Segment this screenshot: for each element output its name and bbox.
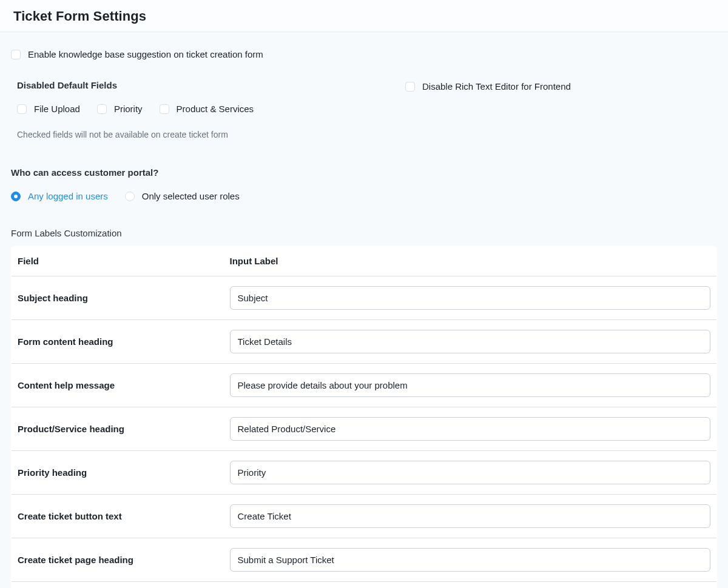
access-heading: Who can access customer portal? (11, 167, 717, 178)
table-row: Content help message (12, 364, 717, 407)
disabled-fields-heading: Disabled Default Fields (17, 80, 357, 90)
radio-icon (11, 192, 21, 201)
disable-field-priority[interactable]: Priority (97, 104, 143, 114)
table-row: Create ticket button text (12, 495, 717, 538)
label-input-subject-heading[interactable] (230, 286, 711, 310)
disable-field-file-upload[interactable]: File Upload (17, 104, 80, 114)
kb-suggestion-toggle[interactable]: Enable knowledge base suggestion on tick… (11, 49, 717, 59)
label-input-create-ticket-heading[interactable] (230, 548, 711, 572)
disable-rich-text-toggle[interactable]: Disable Rich Text Editor for Frontend (405, 81, 571, 92)
label-input-content-help-message[interactable] (230, 373, 711, 397)
table-row: Product/Service heading (12, 407, 717, 451)
disable-rich-text-label: Disable Rich Text Editor for Frontend (422, 81, 571, 92)
table-row: Subject heading (12, 276, 717, 320)
access-option-any[interactable]: Any logged in users (11, 191, 108, 201)
disabled-fields-helper: Checked fields will not be available on … (17, 130, 357, 139)
row-field-label: Create ticket page heading (12, 538, 224, 582)
labels-table-heading: Form Labels Customization (11, 228, 717, 238)
option-label: Priority (114, 104, 143, 114)
column-header-field: Field (12, 246, 224, 276)
row-field-label: Form content heading (12, 320, 224, 364)
page-title: Ticket Form Settings (13, 8, 715, 24)
label-input-product-service-heading[interactable] (230, 417, 711, 441)
checkbox-icon (97, 104, 107, 114)
row-field-label: Content help message (12, 364, 224, 407)
table-header-row: Field Input Label (12, 246, 717, 276)
checkbox-icon (405, 82, 415, 92)
option-label: Only selected user roles (142, 191, 240, 201)
label-input-priority-heading[interactable] (230, 461, 711, 484)
checkbox-icon (160, 104, 169, 114)
row-field-label: Ticket Create Call to Action (12, 582, 224, 589)
option-label: Any logged in users (28, 191, 108, 201)
table-row: Create ticket page heading (12, 538, 717, 582)
label-input-form-content-heading[interactable] (230, 330, 711, 353)
table-row: Ticket Create Call to Action (12, 582, 717, 589)
checkbox-icon (17, 104, 27, 114)
option-label: Product & Services (177, 104, 254, 114)
row-field-label: Product/Service heading (12, 407, 224, 451)
row-field-label: Priority heading (12, 451, 224, 495)
row-field-label: Subject heading (12, 276, 224, 320)
table-row: Form content heading (12, 320, 717, 364)
option-label: File Upload (34, 104, 80, 114)
form-labels-table: Field Input Label Subject heading Form c… (11, 246, 717, 588)
checkbox-icon (11, 50, 21, 59)
radio-icon (125, 192, 135, 201)
column-header-input: Input Label (224, 246, 717, 276)
table-row: Priority heading (12, 451, 717, 495)
kb-suggestion-label: Enable knowledge base suggestion on tick… (28, 49, 263, 59)
access-option-selected-roles[interactable]: Only selected user roles (125, 191, 240, 201)
label-input-create-ticket-button[interactable] (230, 504, 711, 528)
row-field-label: Create ticket button text (12, 495, 224, 538)
disable-field-product-services[interactable]: Product & Services (160, 104, 254, 114)
page-header: Ticket Form Settings (0, 0, 728, 32)
